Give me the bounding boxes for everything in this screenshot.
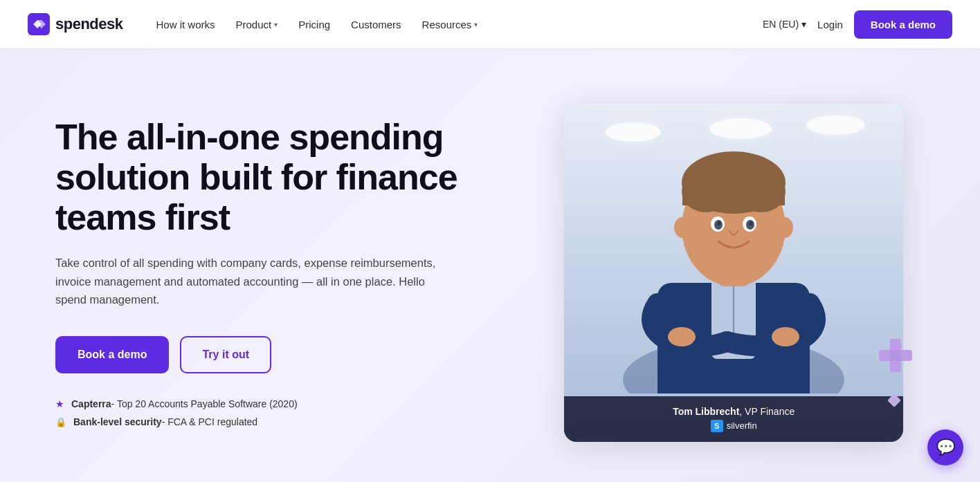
svg-point-18: [777, 217, 793, 238]
hero-photo-card: Tom Libbrecht, VP Finance S silverfin: [564, 103, 903, 442]
nav-left: spendesk How it works Product ▾ Pricing …: [28, 13, 486, 36]
hero-content: The all-in-one spending solution built f…: [55, 117, 512, 428]
person-name: Tom Libbrecht, VP Finance: [673, 406, 795, 417]
svg-point-15: [718, 221, 721, 225]
hero-image-wrapper: Tom Libbrecht, VP Finance S silverfin: [512, 103, 903, 442]
svg-point-17: [674, 217, 691, 238]
language-selector[interactable]: EN (EU) ▾: [763, 19, 806, 30]
hero-book-demo-button[interactable]: Book a demo: [55, 336, 169, 373]
svg-point-16: [750, 221, 753, 225]
svg-rect-24: [879, 350, 912, 361]
decorative-plus-icon: [878, 337, 914, 376]
logo-text: spendesk: [55, 15, 123, 33]
svg-point-19: [668, 327, 696, 346]
hero-section: The all-in-one spending solution built f…: [0, 48, 980, 482]
navigation: spendesk How it works Product ▾ Pricing …: [0, 0, 980, 48]
hero-title: The all-in-one spending solution built f…: [55, 117, 484, 238]
hero-try-it-out-button[interactable]: Try it out: [180, 336, 271, 373]
nav-right: EN (EU) ▾ Login Book a demo: [763, 10, 952, 39]
chat-support-button[interactable]: 💬: [927, 429, 963, 465]
spendesk-logo-icon: [28, 13, 50, 35]
nav-links: How it works Product ▾ Pricing Customers…: [148, 13, 487, 36]
trust-badge-security: 🔒 Bank-level security- FCA & PCI regulat…: [55, 416, 484, 427]
svg-rect-10: [682, 192, 785, 205]
logo[interactable]: spendesk: [28, 13, 123, 35]
company-logo: S silverfin: [711, 420, 757, 432]
trust-badges: ★ Capterra- Top 20 Accounts Payable Soft…: [55, 398, 484, 427]
chat-icon: 💬: [936, 438, 955, 456]
lock-icon: 🔒: [55, 417, 66, 427]
nav-product[interactable]: Product ▾: [228, 13, 287, 36]
decorative-diamond-icon: [887, 393, 902, 411]
person-illustration: [616, 103, 851, 393]
nav-pricing[interactable]: Pricing: [290, 13, 338, 36]
nav-resources[interactable]: Resources ▾: [414, 13, 487, 36]
trust-badge-capterra: ★ Capterra- Top 20 Accounts Payable Soft…: [55, 398, 484, 409]
person-namecard: Tom Libbrecht, VP Finance S silverfin: [564, 396, 903, 442]
hero-buttons: Book a demo Try it out: [55, 336, 484, 373]
svg-rect-25: [887, 393, 901, 407]
nav-book-demo-button[interactable]: Book a demo: [854, 10, 952, 39]
company-name: silverfin: [727, 420, 757, 431]
silverfin-s-icon: S: [711, 420, 723, 432]
login-link[interactable]: Login: [817, 19, 843, 30]
resources-chevron-icon: ▾: [474, 21, 478, 28]
language-chevron-icon: ▾: [801, 19, 806, 30]
hero-subtitle: Take control of all spending with compan…: [55, 254, 457, 308]
svg-point-20: [772, 327, 799, 346]
star-icon: ★: [55, 398, 64, 409]
nav-customers[interactable]: Customers: [343, 13, 410, 36]
product-chevron-icon: ▾: [274, 21, 278, 28]
nav-how-it-works[interactable]: How it works: [148, 13, 224, 36]
